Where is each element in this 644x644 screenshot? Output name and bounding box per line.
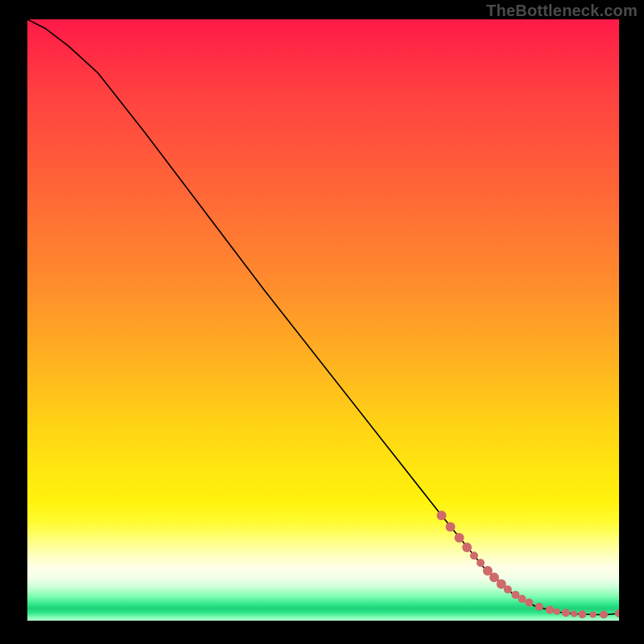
- marker-dot: [546, 606, 554, 614]
- marker-dot: [600, 611, 608, 619]
- marker-dot: [518, 595, 526, 603]
- marker-dot: [446, 522, 456, 532]
- chart-stage: TheBottleneck.com: [0, 0, 644, 644]
- marker-dot: [590, 612, 597, 618]
- marker-dot: [535, 603, 543, 611]
- marker-dot: [455, 533, 464, 543]
- marker-dot: [562, 609, 570, 617]
- marker-dot: [489, 572, 499, 582]
- marker-group: [437, 510, 620, 618]
- marker-dot: [571, 610, 577, 617]
- marker-dot: [578, 610, 586, 618]
- marker-dot: [462, 543, 472, 552]
- watermark-text: TheBottleneck.com: [486, 2, 638, 20]
- marker-dot: [437, 510, 447, 520]
- bottleneck-curve: [27, 19, 619, 615]
- marker-dot: [504, 585, 512, 593]
- marker-dot: [525, 599, 533, 607]
- plot-area: [27, 19, 619, 621]
- chart-svg: [27, 19, 619, 621]
- marker-dot: [470, 551, 478, 559]
- marker-dot: [554, 609, 560, 615]
- marker-dot: [615, 609, 619, 617]
- marker-dot: [477, 559, 485, 567]
